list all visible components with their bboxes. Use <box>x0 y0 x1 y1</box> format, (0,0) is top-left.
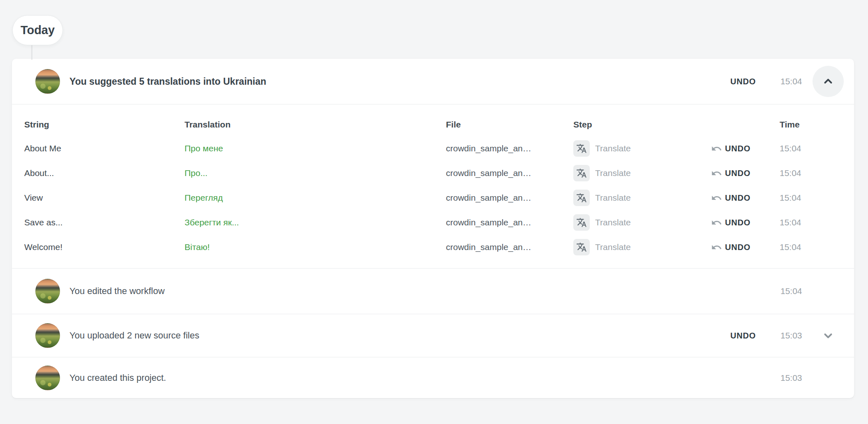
row-undo-label: UNDO <box>725 243 750 252</box>
translate-icon <box>573 214 590 231</box>
chevron-down-icon <box>822 329 834 342</box>
activity-title: You uploaded 2 new source files <box>69 330 724 341</box>
activity-item-suggested-translations: You suggested 5 translations into Ukrain… <box>12 59 854 104</box>
column-header-step: Step <box>573 120 711 130</box>
chevron-up-icon <box>822 75 834 88</box>
row-time: 15:04 <box>780 193 844 203</box>
undo-arrow-icon <box>711 168 722 179</box>
source-string: About Me <box>24 144 185 153</box>
row-undo-label: UNDO <box>725 218 750 227</box>
activity-item-edited-workflow: You edited the workflow 15:04 <box>12 268 854 314</box>
timeline-connector <box>31 43 32 60</box>
row-undo-button[interactable]: UNDO <box>711 242 780 253</box>
activity-time: 15:04 <box>780 286 808 296</box>
workflow-step: Translate <box>573 239 711 255</box>
activity-title: You edited the workflow <box>69 286 724 297</box>
row-time: 15:04 <box>780 144 844 153</box>
step-label: Translate <box>595 242 631 252</box>
undo-arrow-icon <box>711 242 722 253</box>
table-row: Save as... Зберегти як... crowdin_sample… <box>24 210 844 235</box>
row-time: 15:04 <box>780 168 844 178</box>
timeline-date-badge: Today <box>12 15 63 45</box>
activity-time: 15:03 <box>780 373 808 383</box>
row-undo-button[interactable]: UNDO <box>711 168 780 179</box>
undo-arrow-icon <box>711 143 722 154</box>
translation-link[interactable]: Вітаю! <box>185 242 446 252</box>
workflow-step: Translate <box>573 140 711 157</box>
column-header-translation: Translation <box>185 120 446 130</box>
table-row: View Перегляд crowdin_sample_an… Transla… <box>24 185 844 210</box>
file-name: crowdin_sample_an… <box>446 144 573 153</box>
step-label: Translate <box>595 193 631 203</box>
activity-item-uploaded-files: You uploaded 2 new source files UNDO 15:… <box>12 314 854 357</box>
collapse-toggle-button[interactable] <box>813 66 844 97</box>
translation-link[interactable]: Про мене <box>185 144 446 153</box>
translate-icon <box>573 190 590 206</box>
expand-toggle-button[interactable] <box>813 320 844 351</box>
undo-arrow-icon <box>711 217 722 228</box>
row-time: 15:04 <box>780 242 844 252</box>
translation-link[interactable]: Перегляд <box>185 193 446 203</box>
row-undo-button[interactable]: UNDO <box>711 143 780 154</box>
undo-button[interactable]: UNDO <box>724 77 756 86</box>
translation-link[interactable]: Про... <box>185 168 446 178</box>
activity-time: 15:03 <box>780 331 808 341</box>
source-string: Save as... <box>24 218 185 227</box>
user-avatar <box>35 366 60 390</box>
row-undo-button[interactable]: UNDO <box>711 192 780 204</box>
timeline-date-label: Today <box>21 23 55 37</box>
translate-icon <box>573 239 590 255</box>
row-time: 15:04 <box>780 218 844 227</box>
activity-actions: 15:04 <box>724 276 844 307</box>
row-undo-button[interactable]: UNDO <box>711 217 780 228</box>
activity-actions: UNDO 15:04 <box>724 66 844 97</box>
column-header-file: File <box>446 120 573 130</box>
undo-arrow-icon <box>711 192 722 204</box>
activity-feed-card: You suggested 5 translations into Ukrain… <box>12 59 854 398</box>
activity-time: 15:04 <box>780 76 808 86</box>
activity-item-created-project: You created this project. 15:03 <box>12 357 854 398</box>
translate-icon <box>573 165 590 181</box>
workflow-step: Translate <box>573 165 711 181</box>
file-name: crowdin_sample_an… <box>446 218 573 227</box>
workflow-step: Translate <box>573 214 711 231</box>
step-label: Translate <box>595 144 631 153</box>
table-row: About... Про... crowdin_sample_an… Trans… <box>24 161 844 185</box>
row-undo-label: UNDO <box>725 169 750 178</box>
file-name: crowdin_sample_an… <box>446 193 573 203</box>
file-name: crowdin_sample_an… <box>446 168 573 178</box>
activity-actions: 15:03 <box>724 362 844 394</box>
translation-link[interactable]: Зберегти як... <box>185 218 446 227</box>
step-label: Translate <box>595 168 631 178</box>
user-avatar <box>35 279 60 304</box>
column-header-time: Time <box>780 120 844 130</box>
source-string: Welcome! <box>24 242 185 252</box>
user-avatar <box>35 69 60 94</box>
activity-title: You suggested 5 translations into Ukrain… <box>69 76 724 87</box>
column-header-string: String <box>24 120 185 130</box>
activity-actions: UNDO 15:03 <box>724 320 844 351</box>
source-string: View <box>24 193 185 203</box>
activity-title: You created this project. <box>69 373 724 383</box>
undo-button[interactable]: UNDO <box>724 331 756 341</box>
translate-icon <box>573 140 590 157</box>
workflow-step: Translate <box>573 190 711 206</box>
table-header-row: String Translation File Step Time <box>24 113 844 136</box>
user-avatar <box>35 323 60 348</box>
source-string: About... <box>24 168 185 178</box>
step-label: Translate <box>595 218 631 227</box>
table-row: About Me Про мене crowdin_sample_an… Tra… <box>24 136 844 161</box>
row-undo-label: UNDO <box>725 193 750 203</box>
file-name: crowdin_sample_an… <box>446 242 573 252</box>
row-undo-label: UNDO <box>725 144 750 153</box>
table-row: Welcome! Вітаю! crowdin_sample_an… Trans… <box>24 235 844 259</box>
translations-table: String Translation File Step Time About … <box>12 104 854 268</box>
